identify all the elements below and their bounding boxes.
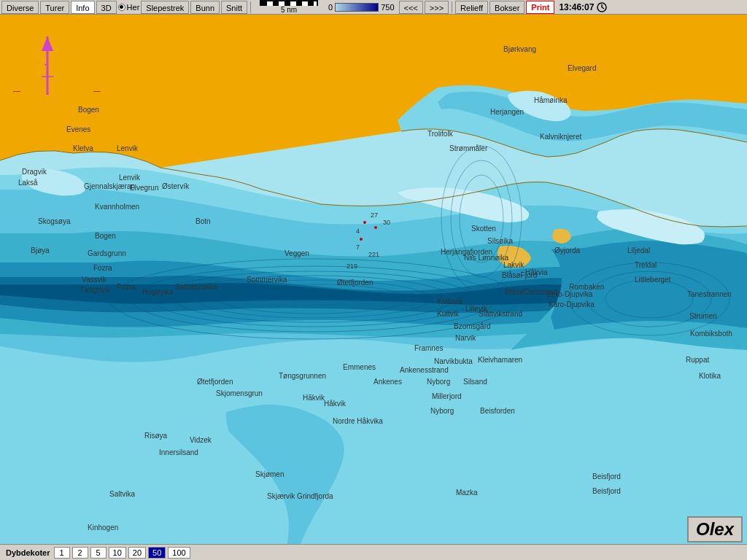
bunn-button[interactable]: Bunn bbox=[190, 1, 220, 14]
svg-text:—: — bbox=[93, 87, 101, 95]
map-svg: • 27 30 4 7 219 221 — — bbox=[0, 15, 747, 545]
time-display: 13:46:07 bbox=[559, 2, 594, 12]
radio-icon bbox=[118, 4, 125, 11]
svg-text:4: 4 bbox=[356, 228, 360, 235]
info-button[interactable]: Info bbox=[71, 1, 94, 14]
depth-min: 0 bbox=[328, 3, 333, 12]
map-area[interactable]: • 27 30 4 7 219 221 — — BjørkvangElvegar… bbox=[0, 15, 747, 545]
scale-label: 5 nm bbox=[281, 6, 297, 14]
bokser-button[interactable]: Bokser bbox=[489, 1, 525, 14]
svg-text:27: 27 bbox=[371, 211, 378, 219]
turer-button[interactable]: Turer bbox=[40, 1, 69, 14]
svg-text:7: 7 bbox=[356, 244, 360, 251]
depth-value-5[interactable]: 5 bbox=[90, 547, 107, 559]
depth-max: 750 bbox=[381, 3, 394, 12]
relieff-button[interactable]: Relieff bbox=[455, 1, 488, 14]
sep2 bbox=[452, 1, 452, 13]
nav-right-button[interactable]: >>> bbox=[425, 1, 449, 14]
depth-value-1[interactable]: 1 bbox=[54, 547, 70, 559]
scale-bar: 5 nm bbox=[260, 0, 318, 14]
depth-bar-visual bbox=[335, 3, 379, 12]
svg-point-28 bbox=[374, 226, 377, 229]
snitt-button[interactable]: Snitt bbox=[221, 1, 247, 14]
depth-value-2[interactable]: 2 bbox=[72, 547, 88, 559]
slepestrek-button[interactable]: Slepestrek bbox=[141, 1, 189, 14]
svg-text:219: 219 bbox=[347, 262, 357, 270]
3d-button[interactable]: 3D bbox=[96, 1, 117, 14]
depth-value-50[interactable]: 50 bbox=[148, 547, 166, 559]
bottom-bar: Dybdekoter 125102050100 bbox=[0, 544, 747, 560]
svg-text:30: 30 bbox=[383, 219, 390, 226]
depth-values: 125102050100 bbox=[54, 547, 190, 559]
depth-value-100[interactable]: 100 bbox=[168, 547, 190, 559]
olex-logo: Olex bbox=[687, 516, 743, 542]
svg-point-27 bbox=[363, 221, 366, 224]
svg-line-2 bbox=[602, 7, 604, 9]
her-label: Her bbox=[127, 3, 140, 12]
toolbar: Diverse Turer Info 3D Her Slepestrek Bun… bbox=[0, 0, 747, 15]
clock-icon bbox=[597, 2, 607, 12]
print-button[interactable]: Print bbox=[526, 1, 554, 14]
depth-gradient: 0 750 bbox=[328, 3, 394, 12]
svg-text:•: • bbox=[44, 61, 47, 69]
nav-left-button[interactable]: <<< bbox=[399, 1, 423, 14]
depth-label: Dybdekoter bbox=[6, 548, 50, 557]
her-radio[interactable]: Her bbox=[118, 3, 140, 12]
svg-text:—: — bbox=[13, 87, 20, 95]
svg-text:221: 221 bbox=[368, 251, 379, 258]
svg-point-29 bbox=[360, 238, 363, 241]
diverse-button[interactable]: Diverse bbox=[1, 1, 39, 14]
sep1 bbox=[250, 1, 251, 13]
depth-value-20[interactable]: 20 bbox=[128, 547, 146, 559]
depth-value-10[interactable]: 10 bbox=[109, 547, 126, 559]
